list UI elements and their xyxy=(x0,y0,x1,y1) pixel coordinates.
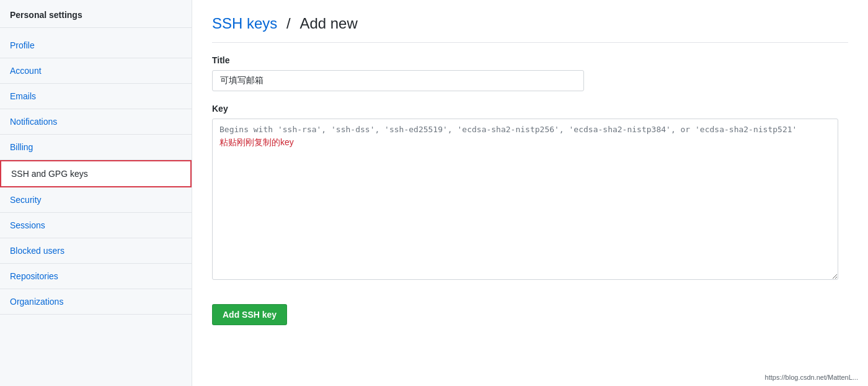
sidebar-link-account[interactable]: Account xyxy=(0,58,192,83)
sidebar-item-blocked-users[interactable]: Blocked users xyxy=(0,238,192,264)
title-form-group: Title xyxy=(212,55,848,91)
title-label: Title xyxy=(212,55,848,65)
title-input[interactable] xyxy=(212,70,584,91)
sidebar-item-sessions[interactable]: Sessions xyxy=(0,213,192,238)
watermark: https://blog.csdn.net/MattenL... xyxy=(765,374,858,381)
sidebar-link-security[interactable]: Security xyxy=(0,187,192,212)
sidebar-link-billing[interactable]: Billing xyxy=(0,135,192,159)
sidebar-navigation: Profile Account Emails Notifications Bil… xyxy=(0,28,192,320)
sidebar-item-ssh-gpg-keys[interactable]: SSH and GPG keys xyxy=(0,160,192,187)
sidebar-item-notifications[interactable]: Notifications xyxy=(0,109,192,135)
sidebar-link-organizations[interactable]: Organizations xyxy=(0,289,192,314)
sidebar-header: Personal settings xyxy=(0,0,192,28)
page-title-part2: Add new xyxy=(299,15,357,32)
key-label: Key xyxy=(212,104,848,114)
sidebar-link-blocked-users[interactable]: Blocked users xyxy=(0,238,192,263)
sidebar-item-emails[interactable]: Emails xyxy=(0,84,192,109)
key-textarea-wrapper: Begins with 'ssh-rsa', 'ssh-dss', 'ssh-e… xyxy=(212,119,848,282)
key-textarea[interactable] xyxy=(212,119,838,280)
sidebar: Personal settings Profile Account Emails… xyxy=(0,0,192,386)
sidebar-item-repositories[interactable]: Repositories xyxy=(0,264,192,289)
sidebar-item-billing[interactable]: Billing xyxy=(0,135,192,160)
sidebar-link-ssh-gpg-keys[interactable]: SSH and GPG keys xyxy=(1,161,190,186)
sidebar-link-repositories[interactable]: Repositories xyxy=(0,264,192,289)
sidebar-item-security[interactable]: Security xyxy=(0,187,192,213)
main-content: SSH keys / Add new Title Key Begins with… xyxy=(192,0,868,386)
page-title: SSH keys / Add new xyxy=(212,15,848,43)
page-title-separator: / xyxy=(286,15,294,32)
sidebar-item-organizations[interactable]: Organizations xyxy=(0,289,192,315)
sidebar-item-account[interactable]: Account xyxy=(0,58,192,84)
sidebar-link-emails[interactable]: Emails xyxy=(0,84,192,109)
page-title-part1: SSH keys xyxy=(212,15,277,32)
key-form-group: Key Begins with 'ssh-rsa', 'ssh-dss', 's… xyxy=(212,104,848,282)
add-ssh-key-button[interactable]: Add SSH key xyxy=(212,304,287,325)
sidebar-link-sessions[interactable]: Sessions xyxy=(0,213,192,238)
sidebar-link-notifications[interactable]: Notifications xyxy=(0,109,192,134)
sidebar-item-profile[interactable]: Profile xyxy=(0,33,192,58)
sidebar-link-profile[interactable]: Profile xyxy=(0,33,192,58)
